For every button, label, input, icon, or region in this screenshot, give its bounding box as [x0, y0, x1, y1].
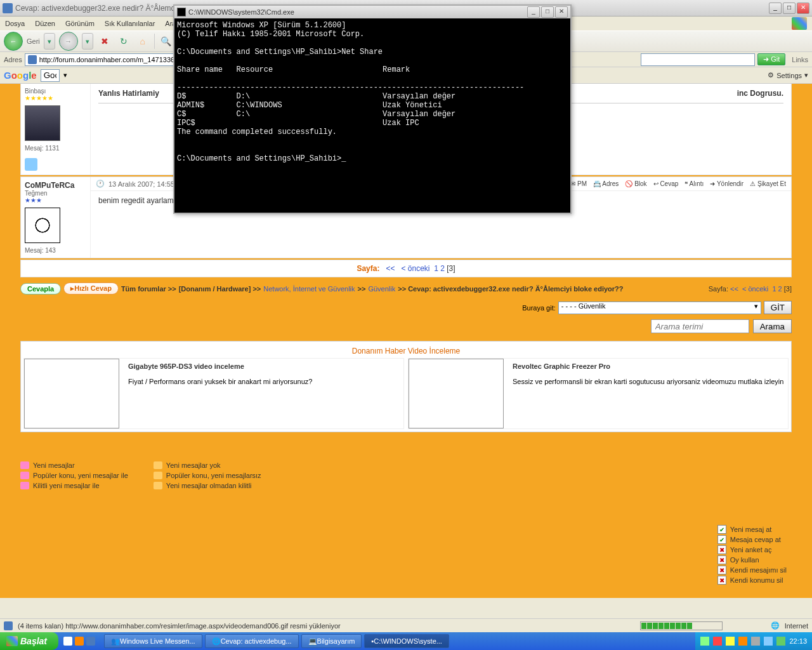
post-user-panel: CoMPuTeRCa Teğmen ★★★ Mesaj: 143 [21, 177, 91, 258]
perm-label: Mesaja cevap at [730, 536, 781, 543]
video-item-title: Revoltec Graphic Freezer Pro [513, 362, 784, 370]
quick-reply-button[interactable]: ▸Hızlı Cevap [63, 282, 119, 295]
quote-button[interactable]: ❝ Alıntı [684, 180, 704, 187]
block-button[interactable]: 🚫 Blok [625, 180, 646, 187]
pager2-2[interactable]: 2 [778, 285, 782, 293]
pager-page-2[interactable]: 2 [440, 264, 445, 273]
home-icon[interactable]: ⌂ [135, 34, 150, 49]
video-item[interactable]: Gigabyte 965P-DS3 video inceleme Fiyat /… [23, 358, 404, 429]
cmd-output[interactable]: Microsoft Windows XP [Sürüm 5.1.2600] (C… [174, 18, 570, 213]
quicklaunch-icon[interactable] [75, 637, 84, 646]
pager2-1[interactable]: 1 [772, 285, 776, 293]
bc-hardware[interactable]: [Donanım / Hardware] >> [179, 285, 261, 293]
avatar [25, 105, 60, 141]
search-button[interactable]: Arama [753, 319, 792, 333]
address-dropdown[interactable] [641, 53, 755, 66]
x-icon: ✖ [717, 555, 726, 564]
report-button[interactable]: ⚠ Şikayet Et [750, 180, 786, 187]
google-prefix[interactable] [41, 69, 60, 82]
close-button[interactable]: ✕ [797, 3, 809, 14]
refresh-icon[interactable]: ↻ [116, 34, 131, 49]
ie-icon [3, 3, 13, 13]
avatar [25, 208, 60, 243]
start-button[interactable]: Başlat [0, 632, 58, 650]
video-item-desc: Fiyat / Performans orani yuksek bir anak… [128, 378, 400, 385]
video-thumb [24, 359, 119, 428]
tray-volume-icon[interactable] [751, 637, 760, 646]
bc-network[interactable]: Network, İnternet ve Güvenlik [263, 285, 355, 293]
monitor-icon [25, 158, 37, 171]
tray-icon[interactable] [738, 637, 747, 646]
pager-prev[interactable]: < önceki [401, 264, 429, 273]
cmd-window[interactable]: C:\WINDOWS\system32\Cmd.exe _ □ ✕ Micros… [173, 4, 572, 214]
windows-logo-icon [792, 17, 807, 30]
post-actions: ✉ PM 📇 Adres 🚫 Blok ↩ Cevap ❝ Alıntı ➜ Y… [570, 180, 786, 187]
goto-select[interactable]: - - - - Güvenlik▾ [558, 302, 761, 314]
cmd-title-text: C:\WINDOWS\system32\Cmd.exe [188, 8, 527, 16]
cmd-maximize-button[interactable]: □ [541, 6, 554, 18]
video-item-title: Gigabyte 965P-DS3 video inceleme [128, 362, 400, 370]
google-drop-icon[interactable]: ▾ [63, 71, 67, 79]
forward-button[interactable]: → [59, 32, 78, 51]
bc-topic: >> Cevap: activexdebugger32.exe nedir? Ä… [398, 285, 623, 293]
legend-label: Yeni mesajlar yok [166, 461, 221, 469]
taskbar-item-msn[interactable]: 👥 Windows Live Messen... [104, 634, 202, 648]
search-input[interactable] [651, 319, 749, 333]
forward-dropdown[interactable]: ▾ [82, 33, 93, 50]
pager: Sayfa: << < önceki 1 2 [3] [20, 260, 792, 277]
back-button[interactable]: ← [4, 32, 23, 51]
clock[interactable]: 22:13 [789, 637, 807, 645]
goto-button[interactable]: GİT [764, 301, 792, 314]
post-text-right: inc Dogrusu. [737, 89, 783, 98]
taskbar-item-ie[interactable]: 🌐 Cevap: activexdebug... [205, 634, 299, 648]
pager-first[interactable]: << [386, 264, 395, 273]
taskbar-item-cmd[interactable]: ▪ C:\WINDOWS\syste... [364, 634, 449, 648]
menu-favorites[interactable]: Sık Kullanılanlar [105, 20, 155, 27]
maximize-button[interactable]: □ [783, 3, 796, 14]
pager-label: Sayfa: [357, 264, 379, 273]
legend: Yeni mesajlar Popüler konu, yeni mesajla… [0, 458, 812, 493]
minimize-button[interactable]: _ [769, 3, 782, 14]
cmd-titlebar[interactable]: C:\WINDOWS\system32\Cmd.exe _ □ ✕ [174, 6, 570, 18]
quicklaunch-icon[interactable] [86, 637, 95, 646]
perm-label: Yeni anket aç [730, 546, 772, 554]
bc-all[interactable]: Tüm forumlar >> [121, 285, 176, 293]
folder-locked-icon [20, 482, 29, 489]
links-label[interactable]: Links [792, 56, 808, 63]
user-name[interactable]: CoMPuTeRCa [25, 181, 86, 190]
tray-icon[interactable] [726, 637, 735, 646]
cmd-close-button[interactable]: ✕ [555, 6, 568, 18]
stars-icon: ★★★★★ [25, 95, 86, 102]
settings-button[interactable]: ⚙ Settings ▾ [768, 71, 808, 79]
pm-button[interactable]: ✉ PM [570, 180, 587, 187]
cmd-minimize-button[interactable]: _ [527, 6, 540, 18]
legend-label: Kilitli yeni mesajlar ile [33, 482, 100, 489]
forward-button[interactable]: ➜ Yönlendir [710, 180, 743, 187]
msg-count: Mesaj: 143 [25, 247, 86, 254]
pager-first-2[interactable]: << [730, 285, 738, 293]
taskbar-item-explorer[interactable]: 💻 Bilgisayarım [301, 634, 362, 648]
search-icon[interactable]: 🔍 [159, 34, 174, 49]
back-dropdown[interactable]: ▾ [44, 33, 55, 50]
google-logo: Google [4, 70, 37, 81]
go-button[interactable]: ➜ Git [757, 53, 785, 65]
pager-prev-2[interactable]: < önceki [742, 285, 768, 293]
bc-sep: >> [358, 285, 366, 293]
adres-button[interactable]: 📇 Adres [593, 180, 619, 187]
quicklaunch-icon[interactable] [63, 637, 72, 646]
tray-icon[interactable] [776, 637, 785, 646]
bc-security[interactable]: Güvenlik [368, 285, 395, 293]
pager-page-1[interactable]: 1 [434, 264, 438, 273]
reply-button[interactable]: Cevapla [20, 283, 61, 295]
reply-button[interactable]: ↩ Cevap [653, 180, 679, 187]
menu-file[interactable]: Dosya [5, 20, 25, 27]
perm-label: Oy kullan [730, 556, 759, 564]
menu-view[interactable]: Görünüm [65, 20, 95, 27]
stop-icon[interactable]: ✖ [97, 34, 112, 49]
tray-icon[interactable] [764, 637, 773, 646]
address-label: Adres [4, 56, 22, 63]
tray-icon[interactable] [700, 637, 709, 646]
menu-edit[interactable]: Düzen [35, 20, 55, 27]
video-item[interactable]: Revoltec Graphic Freezer Pro Sessiz ve p… [408, 358, 789, 429]
tray-icon[interactable] [713, 637, 722, 646]
